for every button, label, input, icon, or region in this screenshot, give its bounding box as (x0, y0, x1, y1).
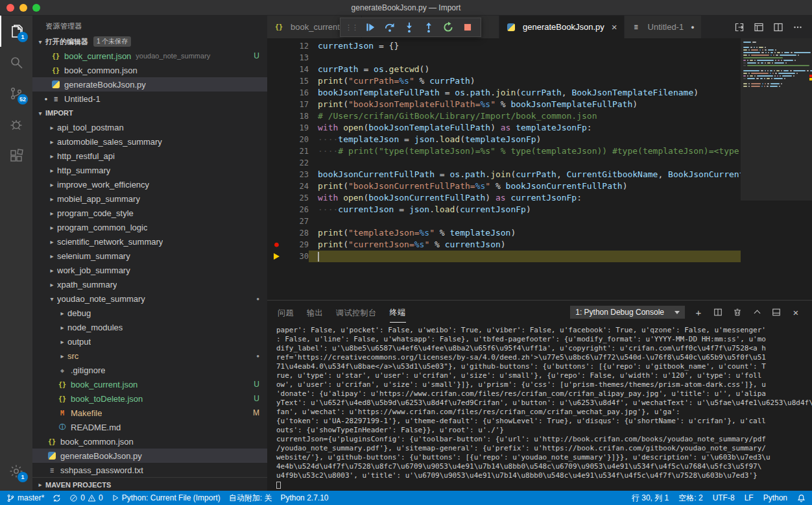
close-tab-icon[interactable]: × (612, 22, 617, 32)
tree-folder-program_common_logic[interactable]: ▸program_common_logic (32, 220, 267, 234)
line-number[interactable]: 12 (285, 40, 309, 52)
tree-file-book_toDelete.json[interactable]: {}book_toDelete.jsonU (32, 391, 267, 406)
split-terminal-icon[interactable] (712, 308, 724, 317)
line-number[interactable]: 24 (285, 180, 309, 192)
line-number[interactable]: 17 (285, 99, 309, 110)
line-number[interactable]: 28 (285, 227, 309, 239)
kill-terminal-icon[interactable] (732, 308, 743, 317)
tree-folder-node_modules[interactable]: ▸node_modules (32, 320, 267, 334)
explorer-icon[interactable]: 1 (0, 16, 32, 47)
cursor-position-indicator[interactable]: 行 30, 列 1 (632, 493, 669, 504)
minimap[interactable] (741, 38, 812, 300)
open-editor-item[interactable]: generateBookJson.py (32, 77, 267, 92)
line-number[interactable]: 21 (285, 145, 309, 157)
more-actions-icon[interactable] (793, 22, 803, 32)
source-control-icon[interactable]: 52 (0, 78, 32, 109)
tree-folder-api_tool_postman[interactable]: ▸api_tool_postman (32, 120, 267, 134)
tree-folder-src[interactable]: ▸src● (32, 349, 267, 363)
line-number[interactable]: 30 (285, 251, 309, 262)
encoding-indicator[interactable]: UTF-8 (713, 493, 735, 502)
line-number[interactable]: 20 (285, 134, 309, 145)
zoom-window-button[interactable] (32, 4, 40, 12)
tree-folder-mobiel_app_summary[interactable]: ▸mobiel_app_summary (32, 191, 267, 206)
tree-folder-program_code_style[interactable]: ▸program_code_style (32, 206, 267, 220)
tree-folder-http_restful_api[interactable]: ▸http_restful_api (32, 149, 267, 163)
search-icon[interactable] (0, 47, 32, 78)
tree-folder-selenium_summary[interactable]: ▸selenium_summary (32, 249, 267, 263)
panel-tab-问题[interactable]: 问题 (278, 302, 294, 323)
auto-attach-indicator[interactable]: 自动附加: 关 (229, 493, 272, 504)
tree-folder-xpath_summary[interactable]: ▸xpath_summary (32, 277, 267, 291)
terminal-output[interactable]: paper': False, u'pocket': False, u'weibo… (267, 324, 812, 491)
drag-handle-icon[interactable]: ⋮⋮ (344, 23, 361, 32)
line-number[interactable]: 18 (285, 110, 309, 122)
debug-continue-button[interactable] (361, 19, 380, 36)
tree-file-README.md[interactable]: ⓘREADME.md (32, 420, 267, 434)
debug-stop-button[interactable] (458, 19, 477, 36)
python-version-indicator[interactable]: Python 2.7.10 (280, 493, 328, 502)
line-number[interactable]: 16 (285, 87, 309, 99)
tree-folder-scientific_network_summary[interactable]: ▸scientific_network_summary (32, 234, 267, 249)
tree-folder-http_summary[interactable]: ▸http_summary (32, 163, 267, 177)
close-panel-icon[interactable]: × (790, 307, 802, 318)
close-window-button[interactable] (6, 4, 14, 12)
debug-restart-button[interactable] (438, 19, 458, 36)
debug-step-into-button[interactable] (400, 19, 419, 36)
split-editor-icon[interactable] (773, 22, 783, 32)
tree-folder-work_job_summary[interactable]: ▸work_job_summary (32, 263, 267, 277)
tree-file-book_common.json[interactable]: {}book_common.json (32, 434, 267, 449)
panel-tab-终端[interactable]: 终端 (390, 302, 406, 323)
open-editor-item[interactable]: {}book_common.json (32, 63, 267, 77)
line-number[interactable]: 13 (285, 52, 309, 64)
eol-indicator[interactable]: LF (745, 493, 754, 502)
panel-tab-输出[interactable]: 输出 (307, 302, 323, 323)
line-number[interactable]: 25 (285, 192, 309, 204)
line-number[interactable]: 23 (285, 169, 309, 180)
tree-folder-improve_work_efficiency[interactable]: ▸improve_work_efficiency (32, 177, 267, 191)
folder-section-header[interactable]: ▾ IMPORT (32, 106, 267, 120)
debug-step-out-button[interactable] (419, 19, 438, 36)
tree-file-sshpass_password.txt[interactable]: ≡sshpass_password.txt (32, 463, 267, 477)
debug-icon[interactable] (0, 109, 32, 140)
language-indicator[interactable]: Python (763, 493, 787, 502)
terminal-select-dropdown[interactable]: 1: Python Debug Console (570, 306, 685, 319)
tree-file-.gitignore[interactable]: ◆.gitignore (32, 363, 267, 377)
debug-config-indicator[interactable]: Python: Current File (Import) (112, 493, 221, 502)
sync-button[interactable] (53, 494, 61, 502)
tab-generateBookJson.py[interactable]: generateBookJson.py× (499, 16, 625, 38)
line-number[interactable]: 14 (285, 64, 309, 75)
tree-folder-debug[interactable]: ▸debug (32, 306, 267, 320)
line-number[interactable]: 29 (285, 239, 309, 251)
line-number[interactable]: 27 (285, 216, 309, 227)
debug-step-over-button[interactable] (380, 19, 400, 36)
tree-file-generateBookJson.py[interactable]: generateBookJson.py (32, 449, 267, 463)
settings-gear-icon[interactable]: 1 (0, 456, 32, 487)
open-editor-item[interactable]: ●≡Untitled-1 (32, 92, 267, 106)
line-number[interactable]: 22 (285, 157, 309, 169)
tree-folder-youdao_note_summary[interactable]: ▾youdao_note_summary● (32, 291, 267, 306)
git-branch-indicator[interactable]: master* (6, 493, 44, 502)
tab-Untitled-1[interactable]: ≡Untitled-1● (625, 16, 702, 38)
minimize-window-button[interactable] (19, 4, 27, 12)
breakpoint-indicator[interactable]: ● (274, 239, 279, 251)
extensions-icon[interactable] (0, 140, 32, 171)
tree-file-Makefile[interactable]: MMakefileM (32, 406, 267, 420)
open-editor-item[interactable]: {}book_current.jsonyoudao_note_summaryU (32, 49, 267, 63)
maximize-panel-icon[interactable] (751, 309, 763, 315)
tree-folder-automobile_sales_summary[interactable]: ▸automobile_sales_summary (32, 134, 267, 149)
line-number[interactable]: 15 (285, 75, 309, 87)
maven-projects-header[interactable]: ▸ MAVEN PROJECTS (32, 477, 267, 491)
line-number[interactable]: 19 (285, 122, 309, 134)
indentation-indicator[interactable]: 空格: 2 (678, 493, 702, 504)
problems-indicator[interactable]: 0 0 (69, 493, 102, 502)
open-editors-header[interactable]: ▾ 打开的编辑器 1 个未保存 (32, 34, 267, 49)
tree-folder-output[interactable]: ▸output (32, 334, 267, 349)
notifications-bell[interactable] (797, 494, 806, 502)
panel-layout-icon[interactable] (770, 308, 782, 317)
line-number[interactable]: 26 (285, 204, 309, 216)
panel-tab-调试控制台[interactable]: 调试控制台 (336, 302, 377, 323)
tree-file-book_current.json[interactable]: {}book_current.jsonU (32, 377, 267, 391)
open-preview-icon[interactable] (754, 22, 764, 32)
new-terminal-icon[interactable]: + (693, 307, 704, 318)
open-changes-icon[interactable] (734, 22, 745, 32)
